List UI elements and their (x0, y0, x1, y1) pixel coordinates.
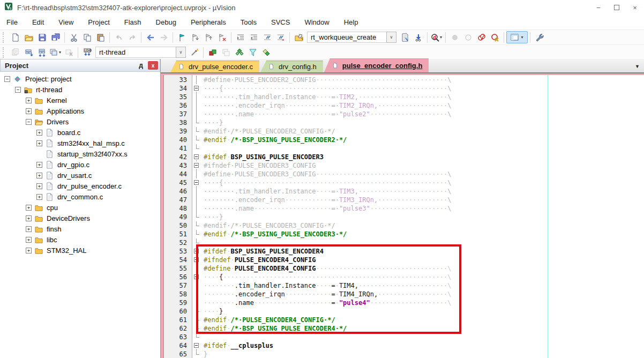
window-layout-dropdown-arrow[interactable]: ▾ (521, 35, 523, 40)
expand-icon[interactable]: + (36, 173, 42, 178)
stop-build-button[interactable] (62, 46, 76, 58)
tab-drv_pulse_encoder-c[interactable]: drv_pulse_encoder.c (170, 61, 259, 72)
save-button[interactable] (35, 31, 49, 43)
fold-collapse-box[interactable] (192, 247, 200, 256)
tree-item-cpu[interactable]: +cpu (0, 202, 160, 213)
menu-peripherals[interactable]: Peripherals (191, 18, 226, 26)
collapse-icon[interactable]: − (15, 87, 21, 93)
expand-icon[interactable]: + (26, 248, 32, 253)
menu-help[interactable]: Help (344, 18, 358, 26)
expand-icon[interactable]: + (26, 108, 32, 114)
expand-icon[interactable]: + (26, 237, 32, 243)
copy-button[interactable] (80, 31, 94, 43)
tab-drv_config-h[interactable]: drv_config.h (260, 61, 323, 72)
batch-build-dropdown-arrow[interactable]: ▾ (59, 50, 61, 55)
tree-item-drv-common-c[interactable]: +drv_common.c (0, 191, 160, 202)
toolbar-main-grip[interactable] (3, 32, 6, 43)
configure-tools-button[interactable] (533, 31, 546, 43)
tree-item-project-project[interactable]: −Project: project (0, 73, 160, 84)
bookmark-toggle-button[interactable] (175, 31, 189, 43)
tree-item-rt-thread[interactable]: −rt-thread (0, 84, 160, 95)
code-editor[interactable]: 33#define·PULSE_ENCODER2_CONFIG·········… (161, 75, 644, 358)
outdent-button[interactable] (247, 31, 260, 43)
window-layout-button[interactable]: ▾ (506, 31, 528, 43)
multi-project-workspace-button[interactable] (219, 46, 233, 58)
pin-icon[interactable]: д (136, 61, 146, 70)
expand-icon[interactable]: + (36, 194, 42, 200)
target-select-combo-dropdown-button[interactable]: ∨ (176, 47, 186, 58)
insert-remove-breakpoint-button[interactable] (448, 31, 461, 43)
save-all-button[interactable] (49, 31, 62, 43)
expand-icon[interactable]: + (36, 183, 42, 189)
tree-item-drv-gpio-c[interactable]: +drv_gpio.c (0, 159, 160, 170)
tree-item-devicedrivers[interactable]: +DeviceDrivers (0, 213, 160, 223)
tree-item-kernel[interactable]: +Kernel (0, 95, 160, 106)
expand-icon[interactable]: + (26, 226, 32, 232)
options-for-target-button[interactable] (188, 46, 201, 58)
menu-file[interactable]: File (6, 18, 18, 26)
start-stop-debug-session-button[interactable]: d▾ (430, 31, 443, 43)
fold-collapse-box[interactable] (192, 273, 200, 281)
tree-item-finsh[interactable]: +finsh (0, 223, 160, 234)
expand-icon[interactable]: + (36, 140, 42, 146)
start-stop-debug-session-dropdown-arrow[interactable]: ▾ (440, 35, 442, 40)
manage-run-time-environment-button[interactable] (233, 46, 246, 58)
toolbar-build-grip[interactable] (3, 47, 6, 58)
menu-view[interactable]: View (58, 18, 73, 26)
search-text-combo-dropdown-button[interactable]: ∨ (386, 32, 396, 43)
redo-button[interactable] (125, 31, 139, 43)
open-file-button[interactable] (22, 31, 35, 43)
lookup-word-button[interactable] (398, 31, 411, 43)
tree-item-applications[interactable]: +Applications (0, 106, 160, 116)
find-next-button[interactable] (411, 31, 425, 43)
translate-file-button[interactable] (9, 46, 22, 58)
target-select-combo-input[interactable] (95, 47, 176, 58)
batch-build-button[interactable]: ▾ (49, 46, 62, 58)
menu-edit[interactable]: Edit (32, 18, 44, 26)
expand-icon[interactable]: + (36, 130, 42, 136)
tree-item-startup-stm32f407xx-s[interactable]: startup_stm32f407xx.s (0, 148, 160, 159)
fold-collapse-box[interactable] (192, 153, 200, 161)
paste-button[interactable] (94, 31, 107, 43)
cut-button[interactable] (67, 31, 80, 43)
navigate-forward-button[interactable] (157, 31, 170, 43)
fold-collapse-box[interactable] (192, 256, 200, 264)
manage-project-items-button[interactable] (206, 46, 219, 58)
pack-installer-button[interactable] (259, 46, 273, 58)
maximize-button[interactable] (608, 0, 626, 15)
navigate-back-button[interactable] (144, 31, 157, 43)
fold-collapse-box[interactable] (192, 178, 200, 187)
bookmark-next-button[interactable] (189, 31, 202, 43)
search-text-combo-input[interactable] (307, 32, 386, 43)
disable-all-breakpoints-button[interactable] (475, 31, 488, 43)
uncomment-selection-button[interactable] (274, 31, 287, 43)
build-button[interactable] (22, 46, 35, 58)
find-in-files-button[interactable] (292, 31, 305, 43)
tab-pulse_encoder_config-h[interactable]: pulse_encoder_config.h (324, 58, 429, 72)
download-to-flash-button[interactable]: LOAD (80, 46, 94, 58)
menu-tools[interactable]: Tools (241, 18, 257, 26)
collapse-icon[interactable]: − (4, 76, 10, 82)
fold-collapse-box[interactable] (192, 341, 200, 350)
project-panel-close-button[interactable]: x (148, 61, 158, 70)
expand-icon[interactable]: + (26, 98, 32, 103)
tree-item-drivers[interactable]: −Drivers (0, 116, 160, 127)
new-file-button[interactable] (9, 31, 22, 43)
fold-collapse-box[interactable] (192, 161, 200, 170)
undo-button[interactable] (112, 31, 125, 43)
menu-project[interactable]: Project (88, 18, 109, 26)
expand-icon[interactable]: + (26, 215, 32, 221)
rebuild-all-button[interactable] (35, 46, 49, 58)
menu-debug[interactable]: Debug (156, 18, 176, 26)
tree-item-drv-usart-c[interactable]: +drv_usart.c (0, 170, 160, 181)
tree-item-libc[interactable]: +libc (0, 234, 160, 245)
menu-svcs[interactable]: SVCS (271, 18, 290, 26)
tree-item-stm32-hal[interactable]: +STM32_HAL (0, 245, 160, 256)
indent-button[interactable] (234, 31, 247, 43)
comment-selection-button[interactable] (260, 31, 274, 43)
menu-window[interactable]: Window (304, 18, 329, 26)
enable-disable-breakpoint-button[interactable] (461, 31, 475, 43)
tree-item-stm32f4xx-hal-msp-c[interactable]: +stm32f4xx_hal_msp.c (0, 138, 160, 148)
tree-item-drv-pulse-encoder-c[interactable]: +drv_pulse_encoder.c (0, 181, 160, 191)
bookmark-previous-button[interactable] (202, 31, 215, 43)
